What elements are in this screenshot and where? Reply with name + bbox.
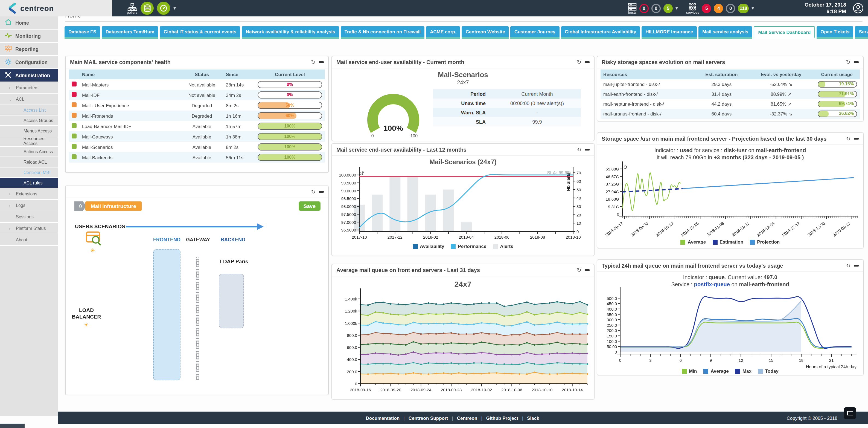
- tab-network-availability-reliability-analysis[interactable]: Network availability & reliability analy…: [242, 26, 339, 39]
- sidebar-item-logs[interactable]: ›Logs: [0, 200, 58, 211]
- footer-link-documentation[interactable]: Documentation: [366, 415, 400, 421]
- tab-services-map[interactable]: Services map: [855, 26, 868, 39]
- hosts-chevron-down-icon[interactable]: ▾: [676, 5, 678, 11]
- tab-customer-journey[interactable]: Customer Journey: [510, 26, 559, 39]
- health-row[interactable]: Mail-ScenariosAvailable8m 2s100%: [69, 142, 325, 152]
- svg-text:200.0: 200.0: [607, 328, 617, 333]
- storage-row[interactable]: mail-neptune-frontend - disk-/44.2 days8…: [600, 99, 860, 109]
- refresh-icon[interactable]: ↻: [311, 189, 316, 195]
- svg-text:2018-09-28: 2018-09-28: [441, 388, 462, 392]
- health-row[interactable]: Mail-BackendsAvailable56m 11s100%: [69, 152, 325, 163]
- storage-row[interactable]: mail-jupiter-frontend - disk-/29.3 days-…: [600, 79, 860, 89]
- hosts-icon[interactable]: hosts: [628, 2, 637, 14]
- legend-label: Average: [688, 239, 706, 245]
- level-bar: 60%: [258, 112, 322, 119]
- sidebar-item-label: Centreon MBI: [24, 170, 51, 175]
- health-row[interactable]: Load-Balancer-Mail-IDFAvailable1h 57m100…: [69, 121, 325, 131]
- health-row[interactable]: Mail-GatewaysAvailable1h 38m100%: [69, 131, 325, 142]
- footer-link-slack[interactable]: Slack: [527, 415, 539, 421]
- sidebar-item-about[interactable]: About: [0, 234, 58, 246]
- refresh-icon[interactable]: ↻: [846, 263, 850, 269]
- footer-separator: |: [452, 415, 453, 421]
- tab-centreon-website[interactable]: Centreon Website: [462, 26, 509, 39]
- refresh-icon[interactable]: ↻: [577, 59, 581, 65]
- pollers-icon[interactable]: pollers: [127, 2, 137, 14]
- minimize-icon[interactable]: [319, 61, 324, 63]
- minimize-icon[interactable]: [854, 265, 859, 266]
- sidebar-item-reporting[interactable]: Reporting: [0, 43, 58, 56]
- tab-mail-service-analysis[interactable]: Mail service analysis: [699, 26, 752, 39]
- sidebar-item-access-list[interactable]: Access List: [0, 105, 58, 115]
- sidebar-item-acl-rules[interactable]: ACL rules: [0, 178, 58, 188]
- tab-global-infrastructure-availability[interactable]: Global Infrastructure Availability: [561, 26, 640, 39]
- tab-datacenters-tem-hum[interactable]: Datacenters Tem/Hum: [102, 26, 158, 39]
- host-status-badge[interactable]: 0: [640, 4, 649, 13]
- service-status-badge[interactable]: 118: [738, 4, 749, 13]
- service-status: Available: [181, 142, 223, 152]
- service-since: 1h 16m: [223, 111, 255, 121]
- tab-open-tickets[interactable]: Open Tickets: [816, 26, 853, 39]
- service-since: 8m 2s: [223, 142, 255, 152]
- sidebar-item-access-groups[interactable]: Access Groups: [0, 115, 58, 126]
- services-icon[interactable]: services: [686, 2, 699, 14]
- refresh-icon[interactable]: ↻: [577, 267, 581, 273]
- refresh-icon[interactable]: ↻: [846, 59, 850, 65]
- health-row[interactable]: Mail-FrontendsDegraded1h 16m60%: [69, 111, 325, 121]
- service-status-badge[interactable]: 0: [726, 4, 735, 13]
- minimize-icon[interactable]: [585, 149, 590, 150]
- footer-link-centreon-support[interactable]: Centreon Support: [409, 415, 448, 421]
- health-row[interactable]: Mail-IDFNot available34m 2s0%: [69, 90, 325, 100]
- sidebar-item-configuration[interactable]: Configuration: [0, 56, 58, 69]
- sidebar-item-reload-acl[interactable]: Reload ACL: [0, 157, 58, 168]
- sidebar-item-menus-access[interactable]: Menus Access: [0, 126, 58, 136]
- column-header: Current Level: [255, 69, 325, 79]
- health-row[interactable]: Mail-MastersNot available28m 14s0%: [69, 79, 325, 90]
- sidebar-item-monitoring[interactable]: Monitoring: [0, 30, 58, 43]
- host-status-badge[interactable]: 5: [663, 4, 673, 13]
- sidebar-item-parameters[interactable]: ›Parameters: [0, 82, 58, 93]
- minimize-icon[interactable]: [319, 191, 324, 193]
- sidebar-item-sessions[interactable]: Sessions: [0, 211, 58, 223]
- sidebar-item-home[interactable]: Home: [0, 17, 58, 30]
- footer-link-centreon[interactable]: Centreon: [457, 415, 477, 421]
- sidebar-item-acl[interactable]: ⌄ACL: [0, 93, 58, 105]
- footer-link-github-project[interactable]: Github Project: [486, 415, 518, 421]
- sidebar-item-label: Administration: [15, 73, 50, 78]
- sidebar-item-label: Access List: [24, 108, 46, 112]
- refresh-icon[interactable]: ↻: [311, 59, 316, 65]
- storage-row[interactable]: mail-uranus-frontend - disk-/60.4 days-3…: [600, 109, 860, 119]
- user-avatar-icon[interactable]: [853, 3, 864, 14]
- database-status-icon[interactable]: [141, 2, 154, 15]
- sidebar-item-actions-access[interactable]: Actions Access: [0, 147, 58, 157]
- refresh-icon[interactable]: ↻: [846, 136, 850, 142]
- sidebar-item-platform-status[interactable]: ›Platform Status: [0, 223, 58, 234]
- tab-acme-corp-[interactable]: ACME corp.: [426, 26, 460, 39]
- centreon-logo[interactable]: centreon: [0, 0, 112, 17]
- latency-gauge-icon[interactable]: [157, 2, 170, 15]
- sidebar-item-resources-access[interactable]: Resources Access: [0, 136, 58, 147]
- poller-chevron-down-icon[interactable]: ▾: [174, 5, 176, 11]
- sidebar-item-extensions[interactable]: ›Extensions: [0, 188, 58, 200]
- minimize-icon[interactable]: [585, 269, 590, 271]
- tab-database-fs[interactable]: Database FS: [65, 26, 100, 39]
- tab-mail-service-dashboard[interactable]: Mail Service Dashboard: [754, 26, 815, 39]
- services-chevron-down-icon[interactable]: ▾: [751, 5, 754, 11]
- service-status-badge[interactable]: 5: [702, 4, 711, 13]
- sidebar-item-administration[interactable]: Administration: [0, 69, 58, 82]
- refresh-icon[interactable]: ↻: [577, 147, 581, 153]
- service-name: Mail - User Experience: [79, 100, 181, 111]
- health-row[interactable]: Mail - User ExperienceDegraded8m 2s50%: [69, 100, 325, 111]
- tab-trafic-nb-connection-on-firewall[interactable]: Trafic & Nb connection on Firewall: [341, 26, 425, 39]
- minimize-icon[interactable]: [585, 61, 590, 63]
- tab-global-it-status-current-events[interactable]: Global IT status & current events: [160, 26, 240, 39]
- sidebar-item-centreon-mbi[interactable]: Centreon MBI: [0, 168, 58, 178]
- minimize-icon[interactable]: [854, 61, 859, 63]
- minimize-icon[interactable]: [854, 138, 859, 140]
- tab-hillmore-insurance[interactable]: HILLMORE Insurance: [642, 26, 697, 39]
- service-status-badge[interactable]: 4: [714, 4, 723, 13]
- sidebar-item-label: ACL rules: [24, 180, 43, 185]
- host-status-badge[interactable]: 0: [651, 4, 661, 13]
- fullscreen-button[interactable]: [844, 407, 856, 419]
- svg-text:18.63G: 18.63G: [606, 197, 619, 201]
- storage-row[interactable]: mail-earth-frontend - disk-/31.4 days88.…: [600, 89, 860, 99]
